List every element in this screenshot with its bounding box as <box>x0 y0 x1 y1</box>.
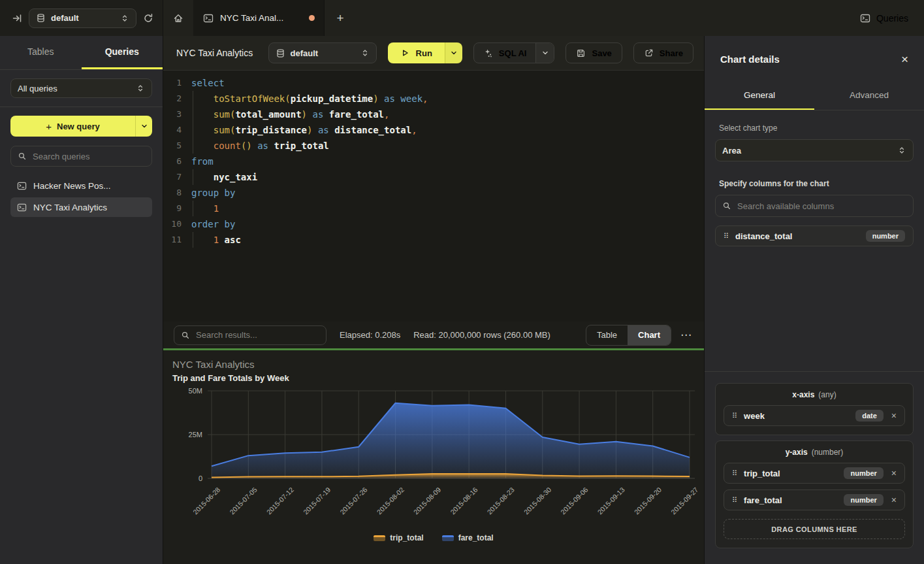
run-dropdown-button[interactable] <box>445 42 462 63</box>
refresh-button[interactable] <box>143 13 153 24</box>
legend-swatch <box>442 535 454 541</box>
sql-code: 1 asc <box>191 232 241 248</box>
x-axis-title: x-axis(any) <box>724 390 905 399</box>
drag-grip-icon: ⠿ <box>732 497 737 504</box>
database-icon <box>36 13 46 23</box>
sql-editor-lines: 1select2 toStartOfWeek(pickup_datetime) … <box>163 75 704 248</box>
sql-code: order by <box>191 216 235 232</box>
chart-type-value: Area <box>722 146 892 156</box>
sql-line[interactable]: 7 nyc_taxi <box>163 169 704 185</box>
line-number: 8 <box>163 185 182 201</box>
y-axis-item-trip-total[interactable]: ⠿ trip_total number × <box>724 463 905 484</box>
queries-button[interactable]: Queries <box>860 13 908 24</box>
terminal-icon <box>17 181 27 191</box>
sql-line[interactable]: 2 toStartOfWeek(pickup_datetime) as week… <box>163 91 704 107</box>
query-list-item-hacker-news[interactable]: Hacker News Pos... <box>10 176 152 195</box>
sql-editor[interactable]: 1select2 toStartOfWeek(pickup_datetime) … <box>163 71 704 322</box>
share-button[interactable]: Share <box>633 42 693 63</box>
svg-text:2015-07-12: 2015-07-12 <box>265 486 296 516</box>
table-view-button[interactable]: Table <box>586 325 628 345</box>
chevron-down-icon <box>450 49 458 57</box>
x-axis-dropzone: x-axis(any) ⠿ week date × <box>715 383 914 435</box>
chart-plot[interactable]: 025M50M2015-06-282015-07-052015-07-12201… <box>172 383 703 532</box>
query-filter-select[interactable]: All queries <box>10 78 152 98</box>
sql-line[interactable]: 11 1 asc <box>163 232 704 248</box>
sql-line[interactable]: 5 count() as trip_total <box>163 138 704 154</box>
svg-text:2015-08-16: 2015-08-16 <box>449 486 479 516</box>
sql-code: group by <box>191 185 235 201</box>
svg-text:25M: 25M <box>189 431 202 439</box>
save-button[interactable]: Save <box>566 42 622 63</box>
sql-ai-button[interactable]: SQL AI <box>474 43 536 63</box>
elapsed-time: Elapsed: 0.208s <box>340 330 400 340</box>
chevron-down-icon <box>541 49 549 57</box>
close-chart-details-button[interactable]: × <box>901 53 908 65</box>
search-columns-input[interactable] <box>737 201 906 211</box>
run-button[interactable]: Run <box>388 42 445 63</box>
tab-tables[interactable]: Tables <box>0 36 82 69</box>
svg-text:50M: 50M <box>189 387 202 395</box>
more-options-button[interactable]: ⋯ <box>679 328 693 342</box>
line-number: 4 <box>163 122 182 138</box>
sql-line[interactable]: 4 sum(trip_distance) as distance_total, <box>163 122 704 138</box>
search-results-input[interactable] <box>196 330 319 340</box>
specify-columns-label: Specify columns for the chart <box>719 179 914 188</box>
y-axis-item-fare-total[interactable]: ⠿ fare_total number × <box>724 489 905 510</box>
drag-columns-dropzone[interactable]: DRAG COLUMNS HERE <box>724 519 905 539</box>
sql-line[interactable]: 3 sum(total_amount) as fare_total, <box>163 107 704 122</box>
rows-read: Read: 20,000,000 rows (260.00 MB) <box>413 330 550 340</box>
home-tab[interactable] <box>163 0 194 36</box>
chart-view-button[interactable]: Chart <box>628 325 671 345</box>
run-button-label: Run <box>416 48 432 58</box>
new-query-button[interactable]: + New query <box>10 116 152 137</box>
results-bar: Elapsed: 0.208s Read: 20,000,000 rows (2… <box>163 322 704 348</box>
chart-details-tabs: General Advanced <box>705 82 924 110</box>
topbar-database-selector[interactable]: default <box>29 8 136 28</box>
query-item-label: NYC Taxi Analytics <box>33 203 107 212</box>
query-list: Hacker News Pos... NYC Taxi Analytics <box>10 176 152 217</box>
tab-nyc-taxi-analytics[interactable]: NYC Taxi Anal... <box>194 0 325 36</box>
chart-panel: NYC Taxi Analytics Trip and Fare Totals … <box>163 350 704 564</box>
sql-line[interactable]: 10order by <box>163 216 704 232</box>
terminal-icon <box>860 13 870 24</box>
column-item-distance-total[interactable]: ⠿ distance_total number <box>715 225 914 246</box>
queries-button-label: Queries <box>876 13 908 24</box>
sparkle-icon <box>483 48 493 58</box>
page-title: NYC Taxi Analytics <box>176 48 253 58</box>
chart-subtitle: Trip and Fare Totals by Week <box>172 373 704 383</box>
divider <box>705 371 924 372</box>
column-name: trip_total <box>744 469 837 478</box>
save-button-label: Save <box>592 48 611 58</box>
query-item-label: Hacker News Pos... <box>33 181 111 191</box>
sql-line[interactable]: 6from <box>163 154 704 169</box>
sql-line[interactable]: 8group by <box>163 185 704 201</box>
sql-code: 1 <box>191 201 219 216</box>
sql-line[interactable]: 1select <box>163 75 704 91</box>
search-queries-input[interactable] <box>33 152 148 161</box>
terminal-icon <box>17 203 27 212</box>
x-axis-item-week[interactable]: ⠿ week date × <box>724 405 905 426</box>
sidebar-tabs: Tables Queries <box>0 36 163 70</box>
sql-line[interactable]: 9 1 <box>163 201 704 216</box>
toolbar-database-selector[interactable]: default <box>268 42 377 63</box>
svg-text:2015-09-06: 2015-09-06 <box>559 486 590 516</box>
remove-column-button[interactable]: × <box>890 495 897 505</box>
tab-general[interactable]: General <box>705 82 814 110</box>
line-number: 9 <box>163 201 182 216</box>
tab-advanced[interactable]: Advanced <box>814 82 924 110</box>
tab-queries[interactable]: Queries <box>82 36 163 69</box>
new-query-dropdown-button[interactable] <box>135 116 152 137</box>
collapse-sidebar-button[interactable] <box>12 13 22 24</box>
remove-column-button[interactable]: × <box>890 469 897 478</box>
share-icon <box>644 48 654 58</box>
query-list-item-nyc-taxi[interactable]: NYC Taxi Analytics <box>10 197 152 217</box>
new-tab-button[interactable]: + <box>325 0 356 36</box>
legend-label: fare_total <box>458 533 494 542</box>
sql-code: nyc_taxi <box>191 169 257 185</box>
legend-item-fare_total[interactable]: fare_total <box>442 533 494 542</box>
sql-ai-dropdown-button[interactable] <box>535 43 554 63</box>
legend-item-trip_total[interactable]: trip_total <box>374 533 423 542</box>
save-icon <box>576 48 586 58</box>
chart-type-select[interactable]: Area <box>715 139 914 161</box>
remove-column-button[interactable]: × <box>890 411 897 420</box>
